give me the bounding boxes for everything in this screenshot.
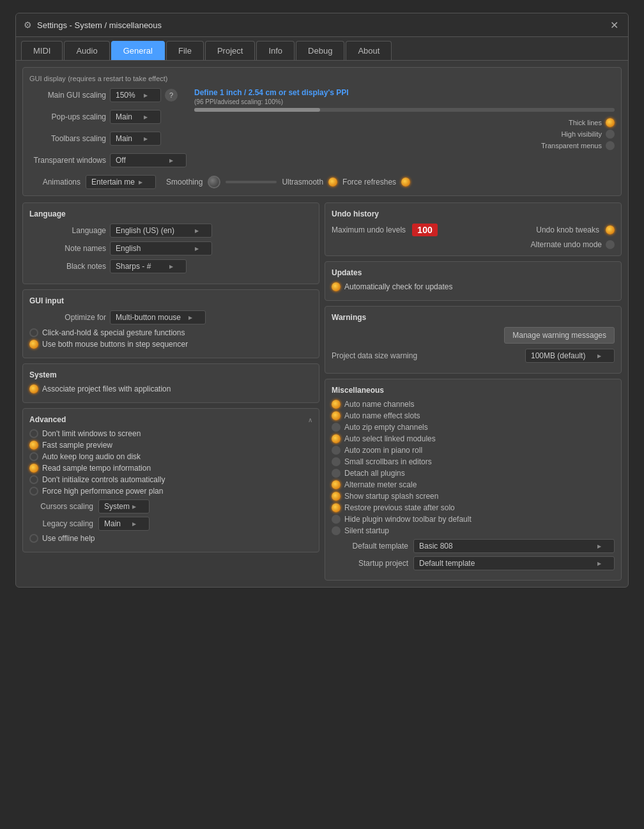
misc-label-4: Auto zoom in piano roll (344, 446, 422, 455)
help-button[interactable]: ? (165, 89, 178, 102)
cursors-scaling-dropdown[interactable]: System (98, 499, 150, 513)
popups-scaling-label: Pop-ups scaling (29, 112, 106, 121)
offline-help-toggle[interactable] (29, 534, 38, 543)
two-col-layout: Language Language English (US) (en) Note… (22, 202, 622, 581)
adv-label-1: Fast sample preview (42, 441, 112, 450)
misc-toggle-7[interactable] (332, 480, 341, 489)
ultrasmooth-toggle[interactable] (328, 178, 337, 186)
adv-toggle-2[interactable] (29, 452, 38, 461)
manage-btn-container: Manage warning messages (332, 327, 615, 344)
ppi-subtitle: (96 PPI/advised scaling: 100%) (194, 98, 615, 105)
adv-toggle-4[interactable] (29, 475, 38, 484)
transparent-menus-toggle[interactable] (606, 141, 615, 150)
tab-debug[interactable]: Debug (296, 41, 344, 60)
misc-toggle-2[interactable] (332, 423, 341, 432)
adv-toggle-0[interactable] (29, 429, 38, 438)
thick-lines-toggle[interactable] (606, 118, 615, 127)
default-template-dropdown[interactable]: Basic 808 (413, 539, 615, 553)
checkboxes-right: Thick lines High visibility Transparent … (194, 118, 615, 150)
note-names-label: Note names (29, 244, 106, 253)
transparent-windows-dropdown[interactable]: Off (110, 153, 187, 167)
language-dropdown[interactable]: English (US) (en) (110, 224, 212, 238)
high-visibility-toggle[interactable] (606, 130, 615, 139)
window-title: Settings - System / miscellaneous (37, 20, 162, 30)
advanced-item-3: Read sample tempo information (29, 464, 312, 473)
tab-info[interactable]: Info (256, 41, 295, 60)
misc-toggle-9[interactable] (332, 503, 341, 512)
alternate-toggle[interactable] (606, 240, 615, 249)
title-bar: ⚙ Settings - System / miscellaneous ✕ (16, 13, 628, 37)
misc-toggle-0[interactable] (332, 400, 341, 409)
language-label: Language (29, 226, 106, 235)
misc-toggle-4[interactable] (332, 446, 341, 455)
tab-midi[interactable]: MIDI (21, 41, 63, 60)
misc-item-6: Detach all plugins (332, 469, 615, 478)
system-title: System (29, 370, 312, 379)
misc-toggle-11[interactable] (332, 526, 341, 535)
misc-label-5: Small scrollbars in editors (344, 457, 432, 466)
step-sequencer-row: Use both mouse buttons in step sequencer (29, 340, 312, 349)
animations-label: Animations (29, 178, 80, 186)
adv-label-0: Don't limit windows to screen (42, 429, 141, 438)
misc-label-7: Alternate meter scale (344, 480, 417, 489)
ppi-slider[interactable] (194, 108, 615, 112)
force-refreshes-label: Force refreshes (342, 178, 396, 186)
black-notes-dropdown[interactable]: Sharps - # (110, 259, 187, 273)
tab-bar: MIDI Audio General File Project Info Deb… (16, 37, 628, 61)
gesture-radio[interactable] (29, 328, 38, 337)
adv-toggle-3[interactable] (29, 464, 38, 473)
gui-input-title: GUI input (29, 296, 312, 305)
toolbars-scaling-label: Toolbars scaling (29, 134, 106, 143)
misc-toggle-10[interactable] (332, 515, 341, 524)
undo-knob-toggle[interactable] (606, 225, 615, 234)
manage-warnings-button[interactable]: Manage warning messages (504, 327, 615, 344)
misc-toggle-8[interactable] (332, 492, 341, 501)
undo-value[interactable]: 100 (412, 224, 438, 236)
tab-general[interactable]: General (111, 41, 165, 60)
tab-project[interactable]: Project (205, 41, 255, 60)
offline-help-label: Use offline help (42, 534, 95, 543)
toolbars-scaling-dropdown[interactable]: Main (110, 132, 161, 146)
auto-check-toggle[interactable] (332, 282, 341, 291)
misc-toggle-5[interactable] (332, 457, 341, 466)
startup-project-dropdown[interactable]: Default template (413, 556, 615, 570)
note-names-dropdown[interactable]: English (110, 241, 212, 255)
misc-toggle-6[interactable] (332, 469, 341, 478)
tab-file[interactable]: File (166, 41, 204, 60)
adv-toggle-1[interactable] (29, 441, 38, 450)
adv-toggle-5[interactable] (29, 487, 38, 496)
misc-item-11: Silent startup (332, 526, 615, 535)
force-refreshes-toggle[interactable] (401, 178, 410, 186)
ultrasmooth-label: Ultrasmooth (282, 178, 323, 186)
thick-lines-row: Thick lines (569, 118, 615, 127)
legacy-scaling-dropdown[interactable]: Main (98, 517, 150, 531)
misc-item-10: Hide plugin window toolbar by default (332, 515, 615, 524)
step-sequencer-toggle[interactable] (29, 340, 38, 349)
smoothing-knob[interactable] (208, 176, 220, 188)
tab-audio[interactable]: Audio (64, 41, 109, 60)
advanced-item-2: Auto keep long audio on disk (29, 452, 312, 461)
popups-scaling-row: Pop-ups scaling Main (29, 110, 187, 124)
cursors-scaling-label: Cursors scaling (29, 502, 93, 511)
misc-toggle-3[interactable] (332, 434, 341, 443)
thick-lines-label: Thick lines (569, 119, 602, 126)
tab-about[interactable]: About (346, 41, 392, 60)
misc-item-4: Auto zoom in piano roll (332, 446, 615, 455)
optimize-dropdown[interactable]: Multi-button mouse (110, 310, 206, 324)
adv-label-2: Auto keep long audio on disk (42, 452, 141, 461)
close-button[interactable]: ✕ (608, 19, 620, 31)
left-column: Language Language English (US) (en) Note… (22, 202, 319, 581)
main-scaling-dropdown[interactable]: 150% (110, 88, 161, 102)
warnings-title: Warnings (332, 313, 615, 322)
animations-dropdown[interactable]: Entertain me (86, 175, 156, 189)
alternate-label: Alternate undo mode (531, 240, 602, 249)
startup-project-label: Startup project (332, 559, 408, 568)
associate-toggle[interactable] (29, 384, 38, 393)
transparent-menus-row: Transparent menus (541, 141, 615, 150)
default-template-row: Default template Basic 808 (332, 539, 615, 553)
collapse-icon[interactable]: ∧ (308, 416, 312, 423)
step-sequencer-label: Use both mouse buttons in step sequencer (42, 340, 188, 349)
popups-scaling-dropdown[interactable]: Main (110, 110, 161, 124)
misc-toggle-1[interactable] (332, 411, 341, 420)
project-size-dropdown[interactable]: 100MB (default) (525, 349, 615, 363)
